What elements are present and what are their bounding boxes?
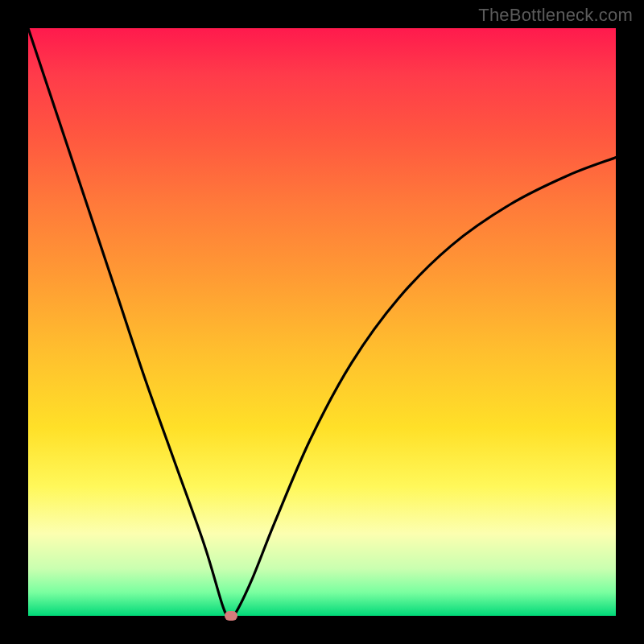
- curve-layer: [28, 28, 616, 616]
- bottleneck-curve: [28, 28, 616, 616]
- optimal-point-marker: [225, 611, 237, 621]
- chart-frame: TheBottleneck.com: [0, 0, 644, 644]
- plot-area: [28, 28, 616, 616]
- watermark-text: TheBottleneck.com: [478, 5, 633, 26]
